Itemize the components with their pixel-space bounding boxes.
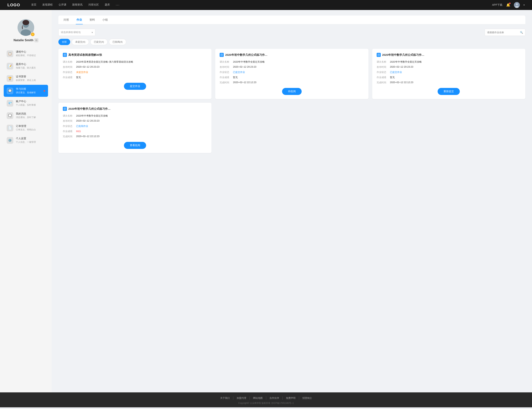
- main-container: ⭐ Natalie Smith 📋 课程中心 精彩课程、不容错过: [0, 10, 532, 392]
- footer-links: 关于我们加盟代理网站地图合作伙伴免费声明招贤纳士: [0, 396, 532, 400]
- status-tab-全部[interactable]: 全部: [58, 39, 70, 45]
- hw-date-row-3: 发布时间 2020–02–12 20:23:23: [63, 119, 207, 123]
- hw-card-title-3: 2020年初中数学几何公式练习作…: [63, 107, 207, 111]
- sidebar-item-settings[interactable]: ⚙️ 个人设置 个人信息、一键管理: [4, 134, 48, 146]
- content-tabs: 问答作业资料小组: [58, 16, 525, 24]
- hw-action-btn-1[interactable]: 待批阅: [282, 88, 302, 95]
- nav-more-icon[interactable]: ···: [116, 3, 120, 7]
- tab-小组[interactable]: 小组: [101, 16, 109, 24]
- hw-status-row-3: 作业状态 已批阅作业: [63, 124, 207, 128]
- hw-btn-area-3: 查看批阅: [63, 142, 207, 149]
- svg-rect-8: [37, 39, 37, 40]
- search-box: 🔍: [485, 29, 525, 36]
- sidebar-title-question-bank: 题库中心: [16, 63, 36, 66]
- hw-score-row-3: 作业成绩 88分: [63, 130, 207, 133]
- profile-edit-icon[interactable]: [35, 38, 38, 42]
- hw-status-row-1: 作业状态 已提交作业: [220, 71, 364, 74]
- filter-left: 请选择课程/课程包 ▾: [58, 29, 95, 36]
- sidebar-sub-certificate: 收获荣誉、持证上岗: [16, 79, 36, 82]
- hw-status-row-0: 作业状态 未提交作业: [63, 71, 207, 74]
- footer-link-1[interactable]: 加盟代理: [233, 396, 250, 400]
- footer-link-0[interactable]: 关于我们: [217, 396, 233, 400]
- sidebar-menu: 📋 课程中心 精彩课程、不容错过 📝 题库中心 海量习题、助力通关 🏆 证书荣誉…: [0, 48, 52, 146]
- bell-notification-dot: [509, 3, 511, 4]
- svg-rect-10: [37, 40, 37, 41]
- sidebar-icon-question-bank: 📝: [7, 63, 13, 69]
- sidebar-item-messages[interactable]: 🗨️ 我的消息 消息通知、及时了解: [4, 110, 48, 121]
- hw-icon-2: [377, 53, 381, 57]
- sidebar-item-qa[interactable]: 💬 学习问答 课后重温、疑难解答: [4, 85, 48, 97]
- hw-status-value-2: 已提交作业: [390, 71, 521, 74]
- sidebar-item-certificate[interactable]: 🏆 证书荣誉 收获荣誉、持证上岗: [4, 72, 48, 84]
- hw-card-title-1: 2020年初中数学几何公式练习作…: [220, 53, 364, 57]
- sidebar-icon-account: 💎: [7, 100, 13, 107]
- tab-问答[interactable]: 问答: [63, 16, 70, 24]
- sidebar-title-qa: 学习问答: [16, 87, 36, 91]
- footer: 关于我们加盟代理网站地图合作伙伴免费声明招贤纳士 Copyright© 云朵商学…: [0, 392, 532, 407]
- nav-links: 首页 发现课程 公开课 新闻资讯 问答社区 题库 ···: [31, 3, 492, 7]
- sidebar-dot-qa: [44, 90, 45, 92]
- hw-action-btn-2[interactable]: 重新提交: [438, 88, 460, 95]
- username-text: Natalie Smith: [13, 38, 33, 42]
- status-tabs: 全部未提交(4)已提交(4)已批阅(4): [58, 39, 525, 45]
- sidebar-item-question-bank[interactable]: 📝 题库中心 海量习题、助力通关: [4, 60, 48, 72]
- footer-link-3[interactable]: 合作伙伴: [266, 396, 283, 400]
- nav-link-question-bank[interactable]: 题库: [105, 3, 110, 7]
- sidebar-title-course-center: 课程中心: [16, 50, 36, 54]
- sidebar-item-account[interactable]: 💎 账户中心 个人权益、实时掌握: [4, 97, 48, 109]
- tab-资料[interactable]: 资料: [89, 16, 96, 24]
- nav-link-discover[interactable]: 发现课程: [42, 3, 53, 7]
- sidebar-sub-qa: 课后重温、疑难解答: [16, 91, 36, 94]
- sidebar-icon-orders: 📄: [7, 125, 13, 131]
- nav-link-home[interactable]: 首页: [31, 3, 37, 7]
- sidebar: ⭐ Natalie Smith 📋 课程中心 精彩课程、不容错过: [0, 10, 52, 392]
- nav-link-news[interactable]: 新闻资讯: [72, 3, 83, 7]
- svg-rect-7: [36, 39, 36, 40]
- sidebar-title-certificate: 证书荣誉: [16, 75, 36, 78]
- hw-card-title-2: 2020年初中数学几何公式练习作…: [377, 53, 521, 57]
- hw-lesson-row-3: 课次名称 2020年中考数学全面过关攻略: [63, 114, 207, 118]
- sidebar-item-course-center[interactable]: 📋 课程中心 精彩课程、不容错过: [4, 48, 48, 60]
- hw-status-value-0: 未提交作业: [76, 71, 207, 74]
- hw-date-row-2: 发布时间 2020–02–12 20:23:23: [377, 65, 521, 69]
- sidebar-sub-question-bank: 海量习题、助力通关: [16, 66, 36, 69]
- sidebar-item-orders[interactable]: 📄 订单管理 订单支出、明明白白: [4, 122, 48, 134]
- footer-link-4[interactable]: 免费声明: [283, 396, 299, 400]
- homework-grid: 高考英语试卷阅读理解30张 课次名称 2020年高考英语全面过关攻略–第六期零基…: [58, 49, 525, 153]
- avatar-chevron-icon[interactable]: ▾: [523, 4, 525, 6]
- status-tab-已提交(4)[interactable]: 已提交(4): [90, 39, 108, 45]
- avatar[interactable]: [514, 2, 520, 8]
- course-select-placeholder: 请选择课程/课程包: [61, 31, 81, 34]
- homework-card-1: 2020年初中数学几何公式练习作… 课次名称 2020年中考数学全面过关攻略 发…: [215, 49, 368, 99]
- sidebar-icon-qa: 💬: [7, 88, 13, 94]
- hw-lesson-row-0: 课次名称 2020年高考英语全面过关攻略–第六期零基础语法攻略: [63, 60, 207, 64]
- footer-link-5[interactable]: 招贤纳士: [299, 396, 315, 400]
- footer-link-2[interactable]: 网站地图: [250, 396, 266, 400]
- homework-card-0: 高考英语试卷阅读理解30张 课次名称 2020年高考英语全面过关攻略–第六期零基…: [58, 49, 211, 99]
- nav-link-qa[interactable]: 问答社区: [89, 3, 99, 7]
- status-tab-已批阅(4)[interactable]: 已批阅(4): [109, 39, 126, 45]
- profile-name: Natalie Smith: [13, 38, 38, 42]
- hw-action-btn-3[interactable]: 查看批阅: [124, 142, 146, 149]
- sidebar-icon-certificate: 🏆: [7, 75, 13, 82]
- hw-lesson-row-1: 课次名称 2020年中考数学全面过关攻略: [220, 60, 364, 64]
- homework-card-3: 2020年初中数学几何公式练习作… 课次名称 2020年中考数学全面过关攻略 发…: [58, 103, 211, 153]
- sidebar-sub-settings: 个人信息、一键管理: [16, 140, 36, 144]
- hw-icon-3: [63, 107, 67, 111]
- course-select[interactable]: 请选择课程/课程包 ▾: [58, 29, 95, 36]
- hw-date-row-0: 发布时间 2020–02–12 20:23:23: [63, 65, 207, 69]
- tab-作业[interactable]: 作业: [76, 16, 83, 24]
- sidebar-title-messages: 我的消息: [16, 112, 36, 115]
- status-tab-未提交(4)[interactable]: 未提交(4): [72, 39, 89, 45]
- hw-score-row-1: 作业成绩 暂无: [220, 76, 364, 79]
- search-input[interactable]: [487, 31, 520, 34]
- nav-link-open[interactable]: 公开课: [59, 3, 66, 7]
- nav-right: APP下载 🔔 ▾: [492, 2, 525, 8]
- hw-btn-area-0: 提交作业: [63, 83, 207, 90]
- hw-score-row-2: 作业成绩 暂无: [377, 76, 521, 79]
- hw-complete-row-3: 完成时间 2020–02–12 22:12:23: [63, 135, 207, 138]
- bell-icon[interactable]: 🔔: [506, 3, 510, 7]
- nav-download-btn[interactable]: APP下载: [492, 3, 503, 7]
- hw-action-btn-0[interactable]: 提交作业: [124, 83, 146, 90]
- sidebar-icon-messages: 🗨️: [7, 112, 13, 119]
